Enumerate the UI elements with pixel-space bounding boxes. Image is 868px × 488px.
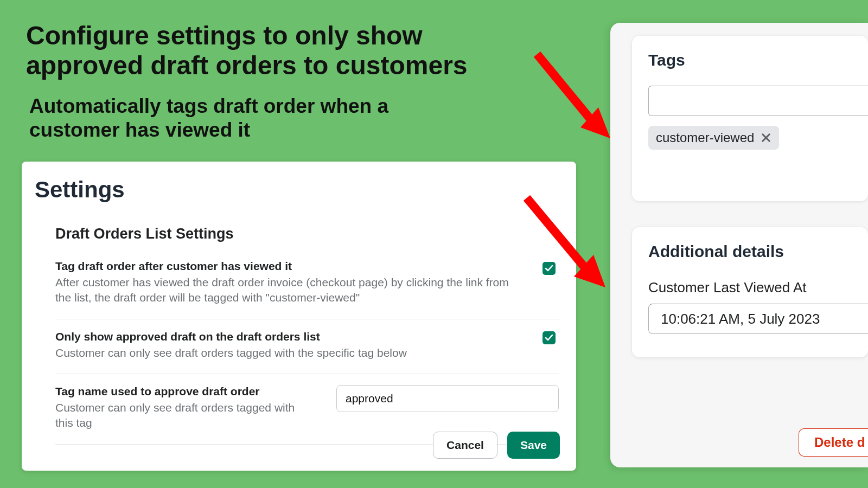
tag-chip-customer-viewed[interactable]: customer-viewed xyxy=(648,126,779,150)
setting-desc: After customer has viewed the draft orde… xyxy=(55,275,522,306)
tags-title: Tags xyxy=(648,51,868,69)
svg-marker-0 xyxy=(580,107,610,138)
detail-label: Customer Last Viewed At xyxy=(648,279,868,296)
checkbox-only-approved[interactable] xyxy=(542,331,556,344)
check-icon xyxy=(545,333,553,342)
settings-section-title: Draft Orders List Settings xyxy=(55,226,559,242)
check-icon xyxy=(545,264,553,273)
close-icon[interactable] xyxy=(761,132,771,143)
setting-label: Tag name used to approve draft order xyxy=(55,385,315,398)
checkbox-tag-viewed[interactable] xyxy=(542,262,556,275)
settings-body: Tag draft order after customer has viewe… xyxy=(55,256,559,445)
settings-card: Settings Draft Orders List Settings Tag … xyxy=(22,162,576,471)
right-pane: Tags customer-viewed Additional details … xyxy=(610,23,868,467)
buttons-row: Cancel Save xyxy=(433,432,560,459)
details-title: Additional details xyxy=(648,242,868,261)
setting-row-tag-viewed: Tag draft order after customer has viewe… xyxy=(55,256,559,319)
setting-desc: Customer can only see draft orders tagge… xyxy=(55,345,522,361)
save-button[interactable]: Save xyxy=(507,432,560,459)
hero-title: Configure settings to only show approved… xyxy=(26,21,514,80)
tags-card: Tags customer-viewed xyxy=(632,36,868,201)
setting-row-only-approved: Only show approved draft on the draft or… xyxy=(55,319,559,374)
annotation-arrow-icon xyxy=(529,52,610,138)
delete-button[interactable]: Delete d xyxy=(799,428,868,457)
approve-tag-input[interactable] xyxy=(336,385,559,412)
tag-chip-label: customer-viewed xyxy=(656,130,754,145)
setting-label: Only show approved draft on the draft or… xyxy=(55,330,559,343)
tags-input[interactable] xyxy=(648,86,868,116)
customer-last-viewed-value: 10:06:21 AM, 5 July 2023 xyxy=(648,304,868,334)
cancel-button[interactable]: Cancel xyxy=(433,432,497,459)
setting-desc: Customer can only see draft orders tagge… xyxy=(55,400,315,431)
additional-details-card: Additional details Customer Last Viewed … xyxy=(632,227,868,357)
hero-subtitle: Automatically tags draft order when a cu… xyxy=(29,94,409,143)
settings-title: Settings xyxy=(35,177,559,203)
setting-label: Tag draft order after customer has viewe… xyxy=(55,260,559,273)
svg-marker-1 xyxy=(574,255,605,287)
